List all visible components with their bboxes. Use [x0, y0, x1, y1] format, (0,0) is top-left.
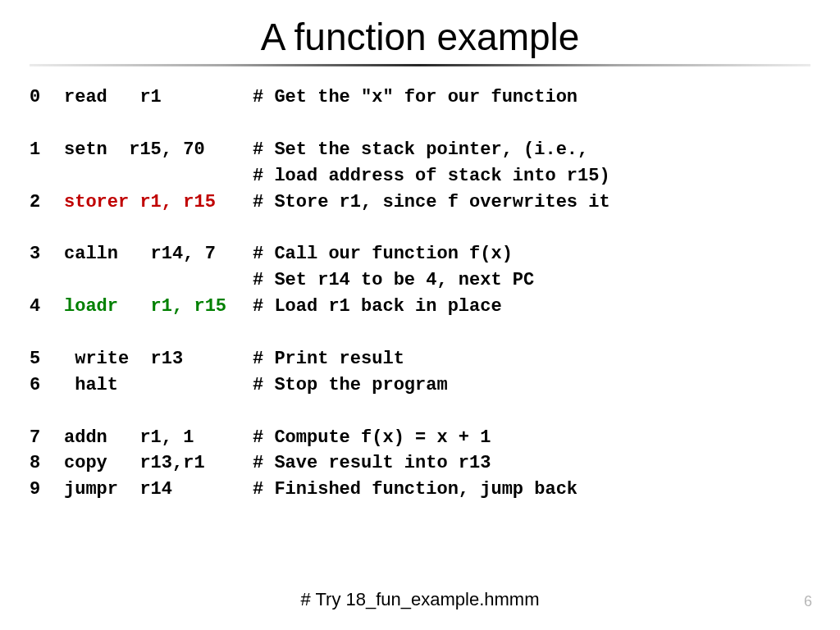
comment: # Save result into r13 — [253, 453, 491, 473]
code-line: 0read r1# Get the "x" for our function — [30, 84, 810, 111]
instruction: jumpr r14 — [64, 477, 253, 503]
line-number: 0 — [30, 84, 64, 111]
page-number: 6 — [804, 593, 812, 610]
instruction: calln r14, 7 — [64, 241, 253, 267]
comment: # Store r1, since f overwrites it — [253, 192, 610, 212]
code-line: 6 halt# Stop the program — [30, 372, 810, 399]
comment: # Set r14 to be 4, next PC — [253, 270, 534, 290]
comment: # Get the "x" for our function — [253, 87, 578, 107]
comment: # Set the stack pointer, (i.e., — [253, 139, 588, 160]
line-number: 9 — [30, 477, 64, 503]
comment: # Call our function f(x) — [253, 244, 513, 264]
code-line: 9jumpr r14# Finished function, jump back — [30, 477, 810, 503]
line-number: 5 — [30, 346, 64, 372]
instruction: halt — [64, 372, 253, 399]
instruction: write r13 — [64, 346, 253, 372]
code-line — [30, 215, 810, 241]
slide: A function example 0read r1# Get the "x"… — [0, 0, 840, 630]
code-line: 8copy r13,r1# Save result into r13 — [30, 450, 810, 477]
code-line — [30, 320, 810, 346]
line-number: 3 — [30, 241, 64, 267]
comment: # load address of stack into r15) — [253, 166, 610, 186]
instruction: copy r13,r1 — [64, 450, 253, 477]
instruction: addn r1, 1 — [64, 425, 253, 451]
code-line: 3calln r14, 7# Call our function f(x) — [30, 241, 810, 267]
code-line: 5 write r13# Print result — [30, 346, 810, 372]
code-line: # load address of stack into r15) — [30, 163, 810, 189]
code-line: 7addn r1, 1# Compute f(x) = x + 1 — [30, 425, 810, 451]
code-line — [30, 399, 810, 425]
comment: # Load r1 back in place — [253, 296, 502, 317]
line-number: 4 — [30, 294, 64, 320]
code-line: 1setn r15, 70# Set the stack pointer, (i… — [30, 137, 810, 163]
instruction: loadr r1, r15 — [64, 294, 253, 320]
comment: # Finished function, jump back — [253, 479, 578, 500]
code-block: 0read r1# Get the "x" for our function 1… — [30, 84, 810, 503]
comment: # Compute f(x) = x + 1 — [253, 427, 491, 448]
line-number: 7 — [30, 425, 64, 451]
line-number: 2 — [30, 189, 64, 216]
instruction: setn r15, 70 — [64, 137, 253, 163]
code-line: 2storer r1, r15# Store r1, since f overw… — [30, 189, 810, 216]
comment: # Print result — [253, 349, 404, 369]
slide-title: A function example — [30, 15, 810, 59]
line-number: 8 — [30, 450, 64, 477]
footnote: # Try 18_fun_example.hmmm — [0, 589, 840, 610]
instruction: storer r1, r15 — [64, 189, 253, 216]
code-line: 4loadr r1, r15# Load r1 back in place — [30, 294, 810, 320]
comment: # Stop the program — [253, 375, 448, 395]
line-number: 1 — [30, 137, 64, 163]
code-line: # Set r14 to be 4, next PC — [30, 267, 810, 294]
divider — [30, 64, 810, 66]
instruction: read r1 — [64, 84, 253, 111]
line-number: 6 — [30, 372, 64, 399]
code-line — [30, 111, 810, 137]
